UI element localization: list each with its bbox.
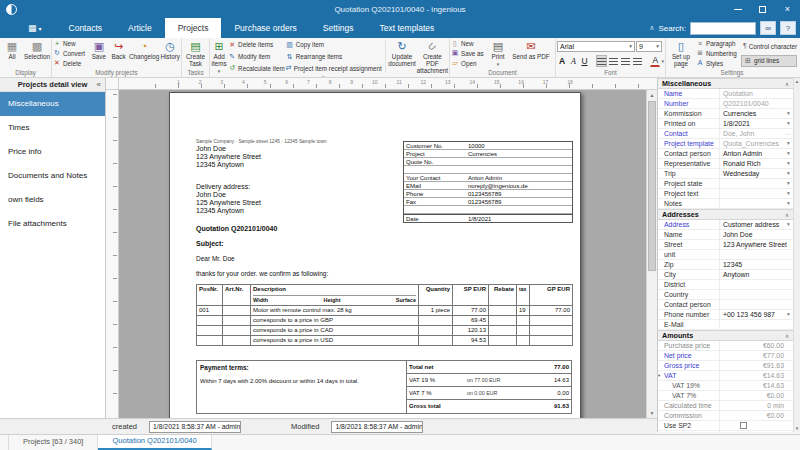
property-row-trip[interactable]: TripWednesday▾ xyxy=(658,169,793,179)
property-row-project-text[interactable]: Project text▾ xyxy=(658,189,793,199)
property-row-vat19[interactable]: VAT 19%€14.63 xyxy=(658,381,793,391)
dropdown-icon[interactable]: ▾ xyxy=(784,139,793,149)
vertical-ruler[interactable] xyxy=(106,90,119,418)
rearrange-items-button[interactable]: ⇅Rearrange items xyxy=(286,52,382,61)
property-row-phone-number[interactable]: Phone number+00 123 456 987▾ xyxy=(658,310,793,320)
sidebar-item-documents-notes[interactable]: Documents and Notes xyxy=(0,164,105,188)
property-panel-scrollbar[interactable]: ▲ ▼ xyxy=(793,78,800,432)
property-row-country[interactable]: Country xyxy=(658,290,793,300)
tab-text-templates[interactable]: Text templates xyxy=(367,18,448,38)
scroll-down-icon[interactable]: ▼ xyxy=(647,410,657,416)
save-as-button[interactable]: ▣Save as xyxy=(451,49,485,58)
scroll-up-icon[interactable]: ▲ xyxy=(647,92,657,98)
checkbox-unchecked[interactable] xyxy=(740,422,747,429)
dropdown-icon[interactable]: ▾ xyxy=(784,179,793,189)
open-button[interactable]: ▱Open xyxy=(451,59,485,68)
property-row-number[interactable]: NumberQ202101/0040 xyxy=(658,99,793,109)
scroll-up-icon[interactable]: ▲ xyxy=(795,79,799,84)
sidebar-item-times[interactable]: Times xyxy=(0,116,105,140)
sidebar-item-miscellaneous[interactable]: Miscellaneous xyxy=(0,92,105,116)
property-row-name[interactable]: NameQuotation xyxy=(658,89,793,99)
property-row-printed-on[interactable]: Printed on1/8/2021▾ xyxy=(658,119,793,129)
property-row-gross-price[interactable]: Gross price€91.63 xyxy=(658,361,793,371)
scroll-down-icon[interactable]: ▼ xyxy=(795,426,799,431)
section-addresses[interactable]: Addresses ∧ xyxy=(658,209,793,220)
dropdown-icon[interactable]: ▾ xyxy=(784,310,793,320)
property-row-vat[interactable]: ▾VAT€14.63 xyxy=(658,371,793,381)
dropdown-icon[interactable]: ▾ xyxy=(784,189,793,199)
expand-icon[interactable]: ▾ xyxy=(658,371,664,381)
selection-button[interactable]: ▩ Selection xyxy=(24,39,50,68)
property-row-contact-person[interactable]: Contact personAnton Admin▾ xyxy=(658,149,793,159)
print-button[interactable]: ▤ Print ▾ xyxy=(486,39,510,68)
delete-items-button[interactable]: ✕Delete items xyxy=(228,40,285,49)
scrollbar-thumb[interactable] xyxy=(648,101,656,271)
property-row-email[interactable]: E-Mail xyxy=(658,320,793,330)
property-row-notes[interactable]: Notes▾ xyxy=(658,199,793,209)
help-button[interactable]: ? xyxy=(780,21,796,35)
grid-lines-button[interactable]: ⊞grid lines xyxy=(741,55,797,67)
tab-settings[interactable]: Settings xyxy=(310,18,367,38)
maximize-button[interactable] xyxy=(750,0,775,18)
close-button[interactable]: × xyxy=(775,0,800,18)
property-row-district[interactable]: District xyxy=(658,280,793,290)
copy-item-button[interactable]: ▥Copy item xyxy=(286,40,382,49)
tab-purchase-orders[interactable]: Purchase orders xyxy=(221,18,309,38)
numbering-button[interactable]: ≣Numbering xyxy=(696,49,740,58)
collapse-sidebar-icon[interactable]: « xyxy=(97,80,101,89)
create-task-button[interactable]: ▤ Create Task xyxy=(183,39,208,68)
italic-button[interactable]: A xyxy=(568,55,578,67)
receipt-assignment-button[interactable]: ⇄Project item receipt assignment xyxy=(286,64,382,73)
control-character-button[interactable]: ¶Control character xyxy=(741,40,797,52)
dropdown-icon[interactable]: ▾ xyxy=(784,169,793,179)
tab-projects[interactable]: Projects xyxy=(165,18,222,38)
property-row-city[interactable]: CityAnytown xyxy=(658,270,793,280)
sidebar-item-file-attachments[interactable]: File attachments xyxy=(0,212,105,236)
set-up-page-button[interactable]: ▯ Set up page xyxy=(667,39,695,68)
document-scrollbar[interactable]: ▲ ▼ xyxy=(646,90,657,418)
save-button[interactable]: ▣ Save xyxy=(90,39,109,68)
tab-projects-list[interactable]: Projects [63 / 340] xyxy=(8,435,98,450)
paragraph-button[interactable]: ≡Paragraph xyxy=(696,39,740,48)
document-page[interactable]: Sample Company · Sample street 1245 · 12… xyxy=(169,92,581,418)
property-row-calculated-time[interactable]: Calculated time0 min xyxy=(658,401,793,411)
recalculate-item-button[interactable]: ↺Recalculate item xyxy=(228,64,285,73)
align-center-button[interactable] xyxy=(608,55,619,67)
underline-button[interactable]: U xyxy=(579,55,589,67)
history-button[interactable]: ◷ History xyxy=(160,39,180,68)
property-row-address[interactable]: AddressCustomer address▾ xyxy=(658,220,793,230)
tab-quotation[interactable]: Quotation Q202101/0040 xyxy=(98,435,211,450)
horizontal-ruler[interactable]: 1 2 3 4 5 6 7 8 9 10 11 12 13 14 15 16 1… xyxy=(119,78,657,90)
tab-contacts[interactable]: Contacts xyxy=(56,18,116,38)
dropdown-icon[interactable]: ▾ xyxy=(784,199,793,209)
align-left-button[interactable] xyxy=(596,55,607,67)
property-row-street[interactable]: Street123 Anywhere Street xyxy=(658,240,793,250)
convert-button[interactable]: ↻Convert xyxy=(53,49,89,58)
add-items-button[interactable]: ⊞ Add items ▾ xyxy=(211,39,227,74)
new-project-button[interactable]: +New xyxy=(53,39,89,48)
file-menu-button[interactable]: ▦ ▾ xyxy=(22,18,48,38)
dropdown-icon[interactable]: ▾ xyxy=(784,119,793,129)
property-row-purchase-price[interactable]: Purchase price€60.00 xyxy=(658,341,793,351)
property-row-addr-contact-person[interactable]: Contact person xyxy=(658,300,793,310)
property-row-unit[interactable]: unit xyxy=(658,250,793,260)
property-row-use-customer-discount[interactable]: Use customer disco✓ xyxy=(658,431,793,432)
section-miscellaneous[interactable]: Miscellaneous ∧ xyxy=(658,78,793,89)
property-row-contact[interactable]: ContactDoe, John… xyxy=(658,129,793,139)
property-row-zip[interactable]: Zip12345 xyxy=(658,260,793,270)
create-pdf-attachment-button[interactable]: ∪ Create PDF attachment xyxy=(417,39,448,74)
section-amounts[interactable]: Amounts ∧ xyxy=(658,330,793,341)
dropdown-icon[interactable]: ▾ xyxy=(784,109,793,119)
tab-article[interactable]: Article xyxy=(115,18,165,38)
property-row-commission[interactable]: Commission€0.00 xyxy=(658,411,793,421)
delete-project-button[interactable]: ✕Delete xyxy=(53,59,89,68)
modify-item-button[interactable]: ✎Modify item xyxy=(228,52,285,61)
back-button[interactable]: ↪ Back xyxy=(109,39,128,68)
property-row-use-sp2[interactable]: Use SP2 xyxy=(658,421,793,431)
property-row-net-price[interactable]: Net price€77.00 xyxy=(658,351,793,361)
search-button[interactable]: ∞ xyxy=(760,21,776,35)
search-input[interactable] xyxy=(690,22,756,35)
ellipsis-icon[interactable]: … xyxy=(784,129,793,139)
property-row-vat7[interactable]: VAT 7%€0.00 xyxy=(658,391,793,401)
bold-button[interactable]: A xyxy=(557,55,567,67)
